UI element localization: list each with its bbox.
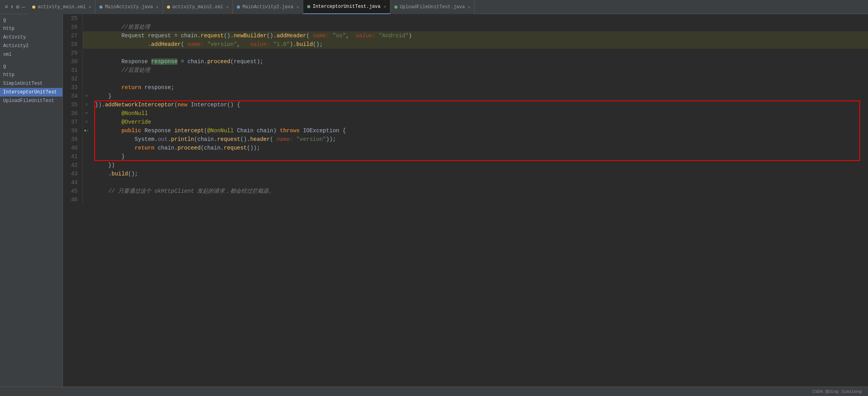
tab-close-icon[interactable]: ✕ — [297, 5, 299, 9]
method-token: build — [112, 171, 128, 177]
table-row: 44 — [63, 178, 868, 187]
tab-activity-main-xml[interactable]: activity_main.xml ✕ — [28, 0, 95, 14]
line-gutter — [82, 66, 90, 75]
type-token: Interceptor — [191, 102, 227, 108]
sidebar-item-g[interactable]: g — [0, 16, 62, 24]
line-gutter: ▽ — [82, 109, 90, 118]
sidebar-item-xml[interactable]: xml — [0, 50, 62, 59]
tab-close-icon[interactable]: ✕ — [226, 5, 229, 9]
line-code: } — [90, 152, 868, 161]
method-token: println — [171, 136, 194, 142]
tab-interceptor-unit-test[interactable]: InterceptorUnitTest.java ✕ — [303, 0, 390, 14]
method-token: request — [201, 33, 224, 39]
tab-close-icon[interactable]: ✕ — [468, 5, 470, 9]
tab-mainactivity-java[interactable]: MainActivity.java ✕ — [95, 0, 163, 14]
line-code: // 只要通过这个 okHttpClient 发起的请求，都会经过拦截器。 — [90, 187, 868, 195]
table-row: 35 ▽ }).addNetworkInterceptor(new Interc… — [63, 100, 868, 109]
tab-dot — [32, 5, 35, 9]
line-code: }).addNetworkInterceptor(new Interceptor… — [90, 100, 868, 109]
tab-activity-main2-xml[interactable]: activity_main2.xml ✕ — [163, 0, 233, 14]
line-gutter — [82, 152, 90, 161]
tab-label: MainActivity2.java — [242, 4, 293, 10]
line-number: 38 — [63, 126, 82, 135]
line-gutter — [82, 187, 90, 195]
line-number: 42 — [63, 161, 82, 170]
minimize-icon[interactable]: — — [22, 4, 25, 10]
line-code: //后置处理 — [90, 66, 868, 75]
string-token: "os" — [333, 33, 346, 39]
line-number: 33 — [63, 83, 82, 92]
line-number: 25 — [63, 14, 82, 23]
comment: // 只要通过这个 okHttpClient 发起的请求，都会经过拦截器。 — [108, 188, 275, 194]
table-row: 46 — [63, 195, 868, 204]
sidebar-item-simple-unit-test[interactable]: SimpleUnitTest — [0, 79, 62, 88]
line-gutter — [82, 31, 90, 40]
tab-close-icon[interactable]: ✕ — [156, 5, 159, 9]
param-name: value: — [250, 41, 270, 47]
line-code: System.out.println(chain.request().heade… — [90, 135, 868, 144]
settings-icon[interactable]: ⚙ — [16, 4, 19, 10]
keyword-token: throws — [280, 128, 300, 134]
annotation-token: @NonNull — [207, 128, 234, 134]
tab-upload-file-unit-test[interactable]: UploadFileUnitTest.java ✕ — [390, 0, 475, 14]
type-token: IOException — [303, 128, 339, 134]
method-token: request — [224, 145, 247, 151]
line-code — [90, 49, 868, 57]
method-token: proceed — [178, 145, 201, 151]
sidebar: g http Activity Activity2 xml g http Sim… — [0, 14, 63, 387]
tab-dot — [394, 5, 397, 9]
line-number: 46 — [63, 195, 82, 204]
line-code — [90, 75, 868, 83]
method-token: proceed — [207, 58, 231, 65]
line-code: //前置处理 — [90, 23, 868, 31]
sidebar-item-activity[interactable]: Activity — [0, 33, 62, 42]
sidebar-item-activity2[interactable]: Activity2 — [0, 42, 62, 50]
sidebar-item-g2[interactable]: g — [0, 62, 62, 71]
tab-mainactivity2-java[interactable]: MainActivity2.java ✕ — [233, 0, 303, 14]
string-token: "Android" — [379, 33, 409, 39]
tab-dot — [99, 5, 103, 9]
tab-bar: ≡ ⬆ ⚙ — activity_main.xml ✕ MainActivity… — [0, 0, 868, 14]
code-table: 25 26 //前置处理 27 Request request = chain.… — [63, 14, 868, 204]
annotation-token: @Override — [121, 119, 151, 125]
line-gutter: ▽ — [82, 100, 90, 109]
type-token: Request — [121, 33, 145, 39]
tab-dot — [167, 5, 170, 9]
sidebar-item-interceptor-unit-test[interactable]: InterceptorUnitTest — [0, 88, 62, 97]
sidebar-item-upload-file-unit-test[interactable]: UploadFileUnitTest — [0, 97, 62, 105]
line-code: Response response = chain.proceed(reques… — [90, 57, 868, 66]
tab-close-icon[interactable]: ✕ — [89, 5, 91, 9]
collapse-icon[interactable]: ⬆ — [10, 4, 13, 10]
annotation-token: @NonNull — [121, 110, 148, 117]
credit-text: CSDN @Ding Jiaxiong — [813, 389, 862, 394]
main-area: g http Activity Activity2 xml g http Sim… — [0, 14, 868, 387]
line-gutter: ●↑ — [82, 126, 90, 135]
line-gutter — [82, 40, 90, 49]
sidebar-item-http[interactable]: http — [0, 24, 62, 33]
table-row: 36 ▽ @NonNull — [63, 109, 868, 118]
field-token: out — [158, 136, 168, 142]
type-token: Response — [121, 58, 148, 65]
line-gutter — [82, 161, 90, 170]
line-code: } — [90, 92, 868, 100]
method-token: build — [297, 41, 313, 47]
tab-bar-icons: ≡ ⬆ ⚙ — — [2, 4, 28, 10]
table-row: 43 .build(); — [63, 170, 868, 178]
line-code: return response; — [90, 83, 868, 92]
line-number: 37 — [63, 118, 82, 126]
line-code: .addHeader( name: "version", value: "1.0… — [90, 40, 868, 49]
sidebar-item-http2[interactable]: http — [0, 71, 62, 79]
type-token: Response — [145, 128, 171, 134]
comment: //后置处理 — [121, 67, 150, 73]
code-editor[interactable]: 25 26 //前置处理 27 Request request = chain.… — [63, 14, 868, 387]
expand-icon[interactable]: ≡ — [5, 4, 8, 10]
line-code: .build(); — [90, 170, 868, 178]
line-gutter — [82, 83, 90, 92]
line-gutter — [82, 14, 90, 23]
line-gutter — [82, 49, 90, 57]
table-row: 34 ▽ } — [63, 92, 868, 100]
tab-close-icon[interactable]: ✕ — [384, 4, 386, 9]
line-code — [90, 14, 868, 23]
tab-label: activity_main.xml — [38, 4, 86, 10]
line-gutter — [82, 144, 90, 152]
